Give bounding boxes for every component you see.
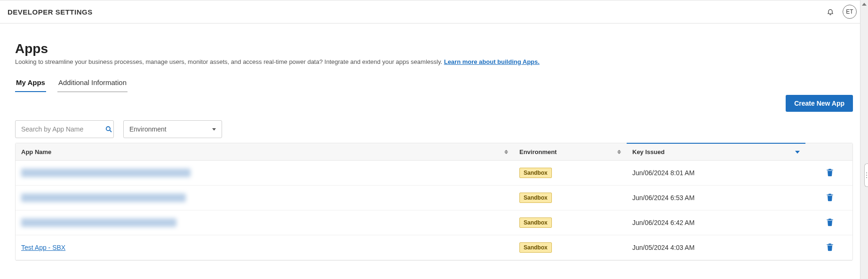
col-actions [805, 147, 852, 156]
environment-dropdown[interactable]: Environment [123, 120, 222, 138]
search-input[interactable] [20, 125, 104, 133]
table-row: ████████████████████████SandboxJun/06/20… [16, 186, 852, 210]
trash-icon [825, 193, 835, 203]
environment-badge: Sandbox [519, 242, 552, 253]
trash-icon [825, 242, 835, 253]
learn-more-link[interactable]: Learn more about building Apps. [444, 58, 540, 65]
key-issued-value: Jun/05/2024 4:03 AM [627, 239, 805, 256]
environment-dropdown-label: Environment [129, 125, 167, 133]
apps-subtext: Looking to streamline your business proc… [15, 58, 853, 65]
sort-icon [504, 150, 508, 154]
delete-button[interactable] [822, 190, 837, 205]
environment-badge: Sandbox [519, 168, 552, 178]
delete-button[interactable] [822, 240, 837, 255]
table-header: App Name Environment Key Issued [16, 143, 852, 161]
col-app-name-label: App Name [21, 148, 51, 155]
tab-additional-information[interactable]: Additional Information [57, 74, 127, 92]
sort-icon [617, 150, 621, 154]
scroll-up-icon[interactable] [860, 0, 868, 8]
app-name-hidden: ████████████████████████ [21, 218, 176, 227]
create-new-app-button[interactable]: Create New App [786, 95, 853, 112]
avatar[interactable]: ET [843, 5, 857, 19]
search-by-app-name[interactable] [15, 120, 114, 138]
tab-my-apps[interactable]: My Apps [15, 74, 46, 92]
key-issued-value: Jun/06/2024 6:42 AM [627, 214, 805, 231]
scrollbar-vertical[interactable] [860, 0, 868, 279]
key-issued-value: Jun/06/2024 8:01 AM [627, 164, 805, 181]
col-environment-label: Environment [519, 148, 557, 155]
side-handle[interactable] [864, 163, 868, 187]
table-row: Test App - SBXSandboxJun/05/2024 4:03 AM [16, 235, 852, 260]
apps-subtext-text: Looking to streamline your business proc… [15, 58, 444, 65]
delete-button[interactable] [822, 165, 837, 180]
trash-icon [825, 217, 835, 228]
delete-button[interactable] [822, 215, 837, 230]
svg-point-0 [106, 127, 110, 131]
environment-badge: Sandbox [519, 217, 552, 228]
col-key-issued[interactable]: Key Issued [627, 143, 805, 160]
sort-desc-icon [795, 151, 800, 154]
table-row: ████████████████████████SandboxJun/06/20… [16, 210, 852, 235]
tabs: My Apps Additional Information [15, 74, 853, 92]
key-issued-value: Jun/06/2024 6:53 AM [627, 189, 805, 206]
apps-table: App Name Environment Key Issued [15, 143, 853, 261]
col-app-name[interactable]: App Name [16, 144, 514, 160]
app-name-hidden: ████████████████████████ [21, 194, 186, 202]
apps-heading: Apps [15, 41, 853, 56]
app-name-link[interactable]: Test App - SBX [21, 244, 65, 251]
chevron-down-icon [212, 128, 216, 131]
trash-icon [825, 168, 835, 178]
col-environment[interactable]: Environment [514, 144, 627, 160]
topbar: DEVELOPER SETTINGS ET [0, 0, 868, 23]
page-title: DEVELOPER SETTINGS [8, 8, 93, 16]
app-name-hidden: ████████████████████████ [21, 169, 191, 177]
table-row: ████████████████████████SandboxJun/06/20… [16, 161, 852, 186]
search-icon[interactable] [104, 125, 113, 133]
svg-line-1 [110, 130, 111, 132]
environment-badge: Sandbox [519, 193, 552, 203]
col-key-issued-label: Key Issued [632, 148, 665, 155]
notifications-icon[interactable] [824, 5, 837, 18]
